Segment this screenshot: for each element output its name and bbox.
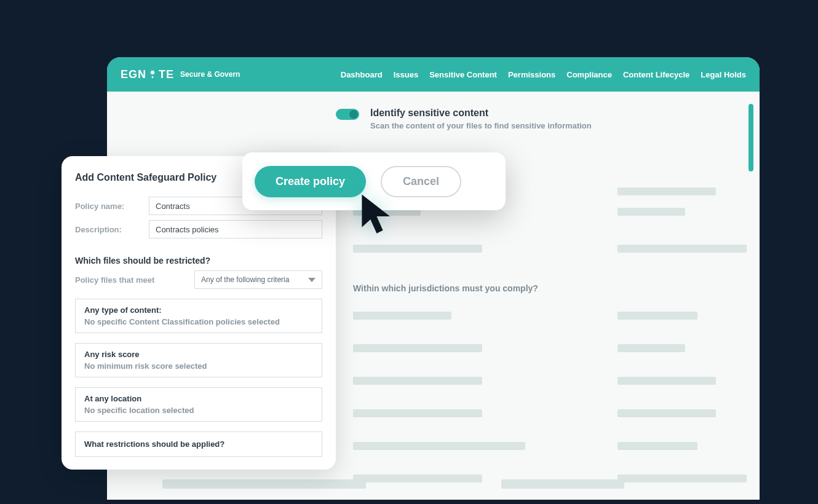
toggle-row: Identify sensitive content Scan the cont… (336, 108, 740, 130)
placeholder (353, 312, 451, 320)
description-label: Description: (75, 225, 149, 234)
main-area: Identify sensitive content Scan the cont… (107, 92, 760, 146)
placeholder (353, 245, 482, 253)
criteria-title: Any type of content: (84, 305, 313, 315)
jurisdictions-label: Within which jurisdictions must you comp… (353, 283, 747, 293)
brand-logo: EGNTE (121, 68, 174, 81)
nav-issues[interactable]: Issues (394, 70, 418, 79)
criteria-sub: No specific location selected (84, 406, 313, 415)
bottom-placeholders (162, 479, 704, 489)
criteria-risk-score[interactable]: Any risk score No minimum risk score sel… (75, 343, 322, 377)
restrict-section-label: Which files should be restricted? (75, 256, 322, 266)
placeholder (353, 377, 482, 385)
placeholder (617, 377, 716, 385)
toggle-sub: Scan the content of your files to find s… (370, 121, 592, 130)
svg-point-0 (152, 76, 154, 78)
scrollbar[interactable] (749, 104, 753, 171)
description-input[interactable] (149, 220, 322, 238)
toggle-title: Identify sensitive content (370, 108, 592, 119)
placeholder (617, 245, 747, 253)
placeholder (501, 479, 624, 489)
placeholder (617, 312, 697, 320)
topbar: EGNTE Secure & Govern Dashboard Issues S… (107, 57, 760, 92)
policy-name-label: Policy name: (75, 202, 149, 211)
criteria-content-type[interactable]: Any type of content: No specific Content… (75, 299, 322, 333)
criteria-sub: No specific Content Classification polic… (84, 317, 313, 326)
placeholder (353, 409, 482, 417)
placeholder (617, 344, 685, 352)
brand: EGNTE Secure & Govern (121, 68, 240, 81)
restrictions-label: What restrictions should be applied? (84, 439, 313, 449)
toggle-text: Identify sensitive content Scan the cont… (370, 108, 592, 130)
create-policy-button[interactable]: Create policy (255, 166, 366, 197)
placeholder (353, 442, 525, 450)
criteria-sub: No minimum risk score selected (84, 361, 313, 371)
placeholder (353, 344, 482, 352)
placeholder (617, 208, 685, 216)
restrictions-section[interactable]: What restrictions should be applied? (75, 431, 322, 457)
placeholder (617, 409, 716, 417)
meet-label: Policy files that meet (75, 275, 154, 285)
nav-compliance[interactable]: Compliance (566, 70, 612, 79)
criteria-location[interactable]: At any location No specific location sel… (75, 387, 322, 422)
nav-dashboard[interactable]: Dashboard (341, 70, 383, 79)
placeholder (617, 442, 697, 450)
dropdown-value: Any of the following criteria (201, 275, 289, 284)
criteria-title: At any location (84, 394, 313, 403)
action-popover: Create policy Cancel (242, 152, 506, 210)
brand-sub: Secure & Govern (180, 70, 240, 79)
identify-toggle[interactable] (336, 109, 359, 120)
topnav: Dashboard Issues Sensitive Content Permi… (341, 70, 746, 79)
chevron-down-icon (308, 278, 316, 282)
placeholder (617, 187, 716, 195)
nav-legal-holds[interactable]: Legal Holds (701, 70, 746, 79)
nav-content-lifecycle[interactable]: Content Lifecycle (623, 70, 689, 79)
placeholder (162, 479, 366, 489)
criteria-title: Any risk score (84, 350, 313, 359)
nav-permissions[interactable]: Permissions (508, 70, 555, 79)
placeholder-area: Within which jurisdictions must you comp… (353, 187, 734, 482)
criteria-dropdown[interactable]: Any of the following criteria (194, 270, 322, 289)
cancel-button[interactable]: Cancel (381, 166, 461, 197)
nav-sensitive-content[interactable]: Sensitive Content (429, 70, 497, 79)
